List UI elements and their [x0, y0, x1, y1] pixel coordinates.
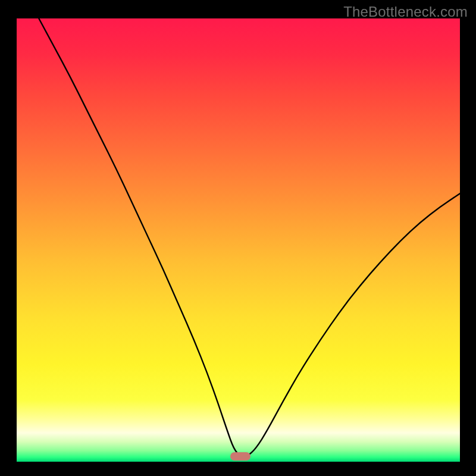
gradient-svg: [17, 18, 460, 462]
watermark-text: TheBottleneck.com: [343, 4, 468, 20]
minimum-marker: [230, 452, 250, 461]
plot-area: [17, 18, 460, 462]
chart-frame: TheBottleneck.com: [0, 0, 476, 476]
gradient-background: [17, 18, 460, 462]
